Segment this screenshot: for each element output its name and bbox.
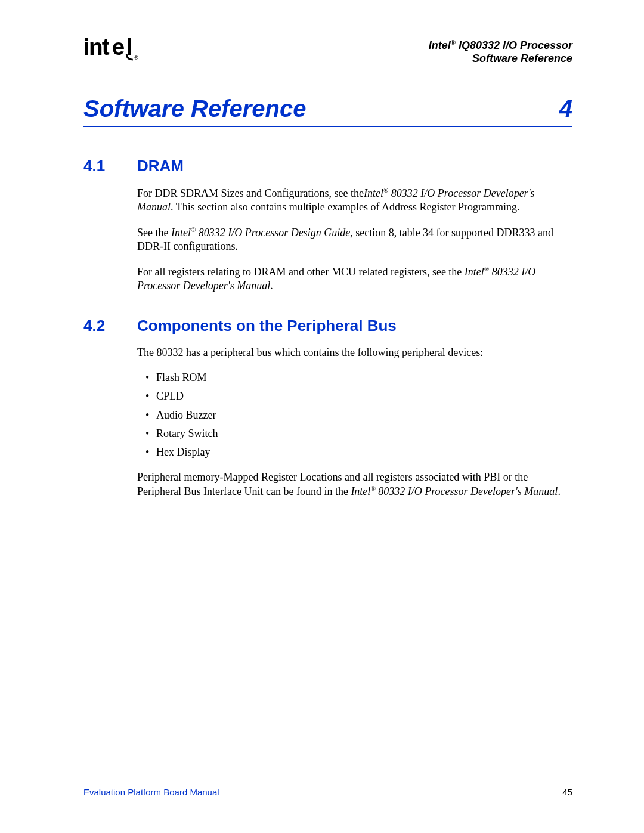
intel-logo-icon: int e l ® [83,36,149,63]
section-heading-dram: 4.1 DRAM [83,157,572,175]
section-number: 4.2 [83,317,137,335]
list-item: Hex Display [145,445,572,459]
footer-page-number: 45 [562,787,572,797]
list-item: CPLD [145,389,572,403]
page-footer: Evaluation Platform Board Manual 45 [83,787,572,797]
chapter-number: 4 [559,95,572,122]
chapter-title: Software Reference [83,95,306,122]
svg-text:®: ® [135,55,138,61]
section-title: DRAM [137,157,184,175]
paragraph: For DDR SDRAM Sizes and Configurations, … [137,186,572,215]
section-title: Components on the Peripheral Bus [137,317,397,335]
header-product-prefix: Intel [429,39,451,51]
header-subtitle: Software Reference [429,52,572,66]
paragraph: See the Intel® 80332 I/O Processor Desig… [137,225,572,254]
page: int e l ® Intel® IQ80332 I/O Processor S… [0,0,644,833]
list-item: Flash ROM [145,371,572,385]
section-body-dram: For DDR SDRAM Sizes and Configurations, … [137,186,572,293]
logo-text: int e l ® [83,42,149,68]
list-item: Rotary Switch [145,427,572,441]
paragraph: The 80332 has a peripheral bus which con… [137,346,572,360]
header-reg-mark: ® [451,39,456,46]
chapter-heading: Software Reference 4 [83,95,572,127]
paragraph: Peripheral memory-Mapped Register Locati… [137,470,572,499]
section-body-peripheral-bus: The 80332 has a peripheral bus which con… [137,346,572,498]
page-header: int e l ® Intel® IQ80332 I/O Processor S… [83,36,572,69]
header-product-block: Intel® IQ80332 I/O Processor Software Re… [429,39,572,65]
section-number: 4.1 [83,157,137,175]
header-product-line: Intel® IQ80332 I/O Processor [429,39,572,52]
paragraph: For all registers relating to DRAM and o… [137,265,572,293]
intel-logo: int e l ® [83,36,149,69]
footer-doc-title: Evaluation Platform Board Manual [83,787,219,797]
list-item: Audio Buzzer [145,408,572,422]
svg-text:int: int [83,36,110,60]
bullet-list: Flash ROM CPLD Audio Buzzer Rotary Switc… [145,371,572,460]
header-product-suffix: IQ80332 I/O Processor [456,39,572,51]
section-heading-peripheral-bus: 4.2 Components on the Peripheral Bus [83,317,572,335]
svg-text:e: e [112,36,125,60]
